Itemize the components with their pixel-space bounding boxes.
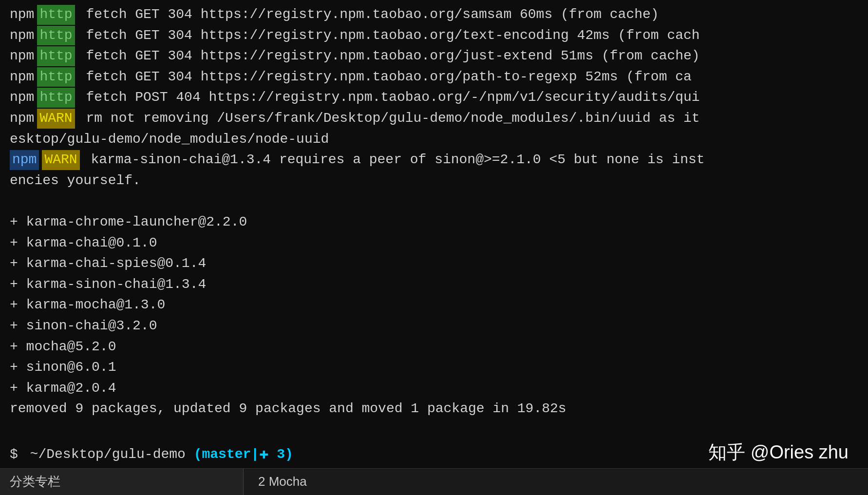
line-text-4: fetch GET 304 https://registry.npm.taoba…	[78, 67, 692, 87]
terminal-line-2: npm http fetch GET 304 https://registry.…	[10, 26, 858, 46]
package-text-6: + sinon-chai@3.2.0	[10, 316, 157, 336]
package-line-3: + karma-chai-spies@0.1.4	[10, 254, 858, 274]
prompt-open-paren: (	[194, 445, 202, 465]
package-line-6: + sinon-chai@3.2.0	[10, 316, 858, 336]
package-line-5: + karma-mocha@1.3.0	[10, 295, 858, 315]
bottom-right-text: 2 Mocha	[258, 473, 307, 491]
blank-line-2	[10, 420, 858, 440]
npm-label-4: npm	[10, 67, 34, 87]
line-text-6: rm not removing /Users/frank/Desktop/gul…	[78, 109, 700, 129]
package-text-4: + karma-sinon-chai@1.3.4	[10, 275, 206, 295]
blank-line	[10, 191, 858, 211]
package-text-8: + sinon@6.0.1	[10, 358, 116, 378]
prompt-separator: |	[251, 445, 259, 465]
prompt-branch-name: master	[202, 445, 251, 465]
package-line-4: + karma-sinon-chai@1.3.4	[10, 275, 858, 295]
bottom-right[interactable]: 2 Mocha	[244, 469, 868, 495]
prompt-path: ~/Desktop/gulu-demo	[22, 445, 194, 465]
http-label-3: http	[37, 46, 75, 66]
warn-label-7: WARN	[42, 150, 79, 170]
bottom-left[interactable]: 分类专栏	[0, 469, 244, 495]
terminal-line-6: npm WARN rm not removing /Users/frank/De…	[10, 109, 858, 129]
prompt-plus-sign: ✚	[259, 443, 268, 466]
package-text-9: + karma@2.0.4	[10, 379, 116, 399]
terminal-line-7: npm WARN karma-sinon-chai@1.3.4 requires…	[10, 150, 858, 170]
npm-label-3: npm	[10, 46, 34, 66]
line-text-7: karma-sinon-chai@1.3.4 requires a peer o…	[83, 150, 705, 170]
http-label-5: http	[37, 88, 75, 108]
package-line-2: + karma-chai@0.1.0	[10, 233, 858, 253]
package-text-3: + karma-chai-spies@0.1.4	[10, 254, 206, 274]
prompt-dollar: $	[10, 445, 18, 465]
terminal-line-1: npm http fetch GET 304 https://registry.…	[10, 5, 858, 25]
package-text-5: + karma-mocha@1.3.0	[10, 295, 165, 315]
npm-label-2: npm	[10, 26, 34, 46]
warn-label-6: WARN	[37, 109, 75, 129]
line-text-2: fetch GET 304 https://registry.npm.taoba…	[78, 26, 700, 46]
package-text-2: + karma-chai@0.1.0	[10, 233, 157, 253]
package-line-7: + mocha@5.2.0	[10, 337, 858, 357]
bottom-left-text: 分类专栏	[10, 473, 60, 491]
summary-line: removed 9 packages, updated 9 packages a…	[10, 399, 858, 419]
terminal: npm http fetch GET 304 https://registry.…	[0, 0, 868, 495]
line-text-1: fetch GET 304 https://registry.npm.taoba…	[78, 5, 659, 25]
terminal-line-5: npm http fetch POST 404 https://registry…	[10, 88, 858, 108]
prompt-close-paren: )	[285, 445, 293, 465]
npm-label-5: npm	[10, 88, 34, 108]
npm-highlighted-label: npm	[10, 150, 39, 170]
http-label-2: http	[37, 26, 75, 46]
watermark: 知乎 @Ories zhu	[708, 439, 849, 466]
package-line-9: + karma@2.0.4	[10, 379, 858, 399]
prompt-num: 3	[268, 445, 285, 465]
http-label-4: http	[37, 67, 75, 87]
terminal-line-4: npm http fetch GET 304 https://registry.…	[10, 67, 858, 87]
summary-text: removed 9 packages, updated 9 packages a…	[10, 399, 566, 419]
terminal-line-3: npm http fetch GET 304 https://registry.…	[10, 46, 858, 66]
terminal-content: npm http fetch GET 304 https://registry.…	[0, 0, 868, 468]
npm-label-6: npm	[10, 109, 34, 129]
terminal-continuation-1: esktop/gulu-demo/node_modules/node-uuid	[10, 130, 858, 150]
package-text-1: + karma-chrome-launcher@2.2.0	[10, 212, 247, 232]
http-label-1: http	[37, 5, 75, 25]
package-line-1: + karma-chrome-launcher@2.2.0	[10, 212, 858, 232]
line-text-5: fetch POST 404 https://registry.npm.taob…	[78, 88, 700, 108]
continuation-text-1: esktop/gulu-demo/node_modules/node-uuid	[10, 130, 329, 150]
package-line-8: + sinon@6.0.1	[10, 358, 858, 378]
line-text-3: fetch GET 304 https://registry.npm.taoba…	[78, 46, 700, 66]
bottom-bar: 分类专栏 2 Mocha	[0, 468, 868, 495]
npm-label-1: npm	[10, 5, 34, 25]
continuation-text-2: encies yourself.	[10, 171, 141, 191]
terminal-continuation-2: encies yourself.	[10, 171, 858, 191]
package-text-7: + mocha@5.2.0	[10, 337, 116, 357]
